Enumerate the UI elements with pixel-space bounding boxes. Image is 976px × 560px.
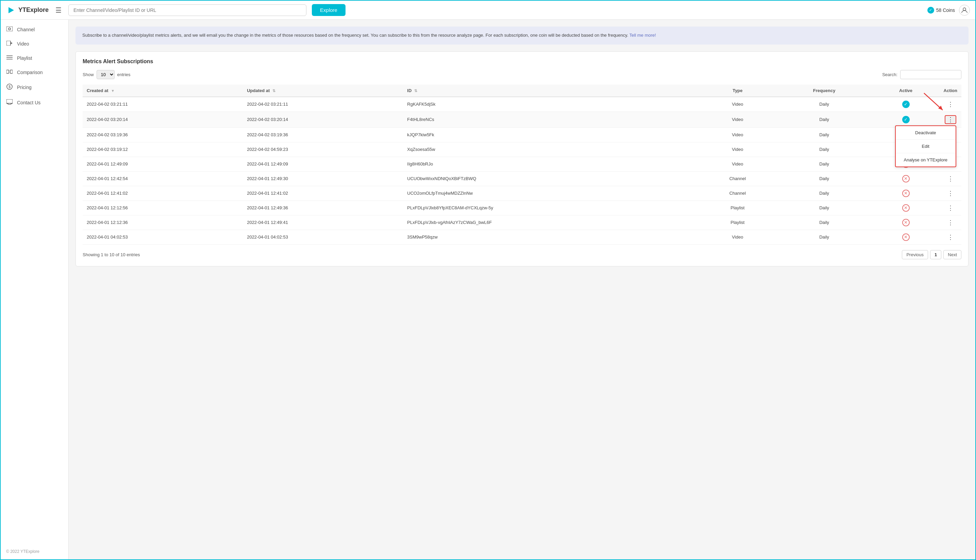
svg-rect-10 — [10, 70, 13, 73]
pricing-icon: $ — [6, 83, 13, 91]
sidebar-item-comparison-label: Comparison — [17, 70, 42, 75]
next-button[interactable]: Next — [943, 250, 961, 259]
sidebar-item-comparison[interactable]: Comparison — [1, 65, 69, 80]
table-search-input[interactable] — [900, 70, 961, 79]
comparison-icon — [6, 69, 13, 75]
inactive-check: ✕ — [902, 204, 910, 212]
sort-icon-updated: ⇅ — [272, 89, 276, 93]
playlist-icon — [6, 55, 13, 61]
header-action: Action — [939, 85, 961, 97]
sidebar-item-pricing-label: Pricing — [17, 85, 32, 90]
explore-button[interactable]: Explore — [312, 4, 346, 16]
menu-item-analyse[interactable]: Analyse on YTExplore — [896, 153, 956, 167]
top-right-area: ✓ 58 Coins — [928, 5, 970, 16]
action-menu-button[interactable]: ⋮ — [945, 233, 956, 241]
table-header-row: Created at ▼ Updated at ⇅ ID ⇅ Type Freq… — [83, 85, 961, 97]
page-number-button[interactable]: 1 — [930, 250, 941, 259]
menu-item-edit[interactable]: Edit — [896, 139, 956, 153]
table-row: 2022-04-01 12:41:02 2022-04-01 12:41:02 … — [83, 186, 961, 200]
action-menu-button[interactable]: ⋮ — [945, 175, 956, 182]
dropdown-wrapper: ⋮ Deactivate Edit Analyse on YTExplore — [945, 115, 956, 124]
header-id[interactable]: ID ⇅ — [403, 85, 699, 97]
sidebar-item-channel-label: Channel — [17, 27, 35, 32]
inactive-check: ✕ — [902, 233, 910, 241]
app-logo: YTExplore — [6, 5, 48, 15]
table-row: 2022-04-02 03:19:36 2022-04-02 03:19:36 … — [83, 127, 961, 142]
coins-check-icon: ✓ — [928, 7, 934, 13]
table-row: 2022-04-02 03:20:14 2022-04-02 03:20:14 … — [83, 112, 961, 127]
search-control: Search: — [882, 70, 961, 79]
table-row: 2022-04-01 12:12:56 2022-04-01 12:49:36 … — [83, 200, 961, 215]
table-row: 2022-04-02 03:21:11 2022-04-02 03:21:11 … — [83, 97, 961, 112]
sort-icon-created: ▼ — [111, 89, 115, 93]
svg-rect-13 — [7, 99, 13, 103]
table-row: 2022-04-01 12:42:54 2022-04-01 12:49:30 … — [83, 171, 961, 186]
main-content: Subscribe to a channel/video/playlist me… — [69, 20, 975, 559]
svg-point-3 — [8, 28, 10, 30]
action-menu-button[interactable]: ⋮ — [945, 219, 956, 226]
section-title: Metrics Alert Subscriptions — [83, 58, 961, 65]
action-menu-button[interactable]: ⋮ — [945, 190, 956, 197]
table-row: 2022-04-01 12:49:09 2022-04-01 12:49:09 … — [83, 157, 961, 171]
sidebar-nav: Channel Video Playlist — [1, 22, 69, 544]
inactive-check: ✕ — [902, 175, 910, 182]
header-created-at[interactable]: Created at ▼ — [83, 85, 243, 97]
pagination: Previous 1 Next — [902, 250, 961, 259]
tell-me-more-link[interactable]: Tell me more! — [630, 33, 656, 38]
svg-text:$: $ — [8, 85, 10, 89]
video-icon — [6, 41, 13, 47]
sidebar-item-playlist-label: Playlist — [17, 55, 32, 61]
table-controls: Show 10 25 50 entries Search: — [83, 70, 961, 79]
contact-icon — [6, 99, 13, 106]
sidebar-item-playlist[interactable]: Playlist — [1, 51, 69, 65]
table-footer: Showing 1 to 10 of 10 entries Previous 1… — [83, 250, 961, 259]
sidebar-item-pricing[interactable]: $ Pricing — [1, 80, 69, 95]
search-input[interactable] — [69, 4, 306, 16]
data-table: Created at ▼ Updated at ⇅ ID ⇅ Type Freq… — [83, 85, 961, 245]
svg-point-1 — [963, 8, 966, 10]
sidebar-item-contact-label: Contact Us — [17, 100, 40, 105]
svg-rect-2 — [7, 27, 13, 31]
avatar[interactable] — [959, 5, 970, 16]
svg-marker-5 — [10, 42, 13, 44]
active-check: ✓ — [902, 116, 910, 123]
sidebar-item-contact[interactable]: Contact Us — [1, 95, 69, 110]
header-frequency[interactable]: Frequency — [776, 85, 872, 97]
sidebar-item-video[interactable]: Video — [1, 37, 69, 51]
inactive-check: ✕ — [902, 190, 910, 197]
info-banner: Subscribe to a channel/video/playlist me… — [75, 27, 969, 45]
action-menu-button[interactable]: ⋮ — [945, 101, 956, 108]
svg-marker-0 — [8, 7, 14, 13]
active-check: ✓ — [902, 101, 910, 108]
entries-info: Showing 1 to 10 of 10 entries — [83, 252, 140, 257]
sidebar-item-channel[interactable]: Channel — [1, 22, 69, 37]
dropdown-menu: Deactivate Edit Analyse on YTExplore — [895, 125, 956, 167]
svg-rect-9 — [7, 70, 9, 73]
header-updated-at[interactable]: Updated at ⇅ — [243, 85, 403, 97]
sidebar-item-video-label: Video — [17, 41, 29, 47]
search-bar — [69, 4, 306, 16]
table-row: 2022-04-02 03:19:12 2022-04-02 04:59:23 … — [83, 142, 961, 157]
header-active[interactable]: Active — [872, 85, 939, 97]
sort-icon-id: ⇅ — [414, 89, 417, 93]
menu-item-deactivate[interactable]: Deactivate — [896, 126, 956, 139]
sidebar: Channel Video Playlist — [1, 20, 69, 559]
entries-select[interactable]: 10 25 50 — [97, 70, 115, 79]
inactive-check: ✕ — [902, 219, 910, 226]
table-row: 2022-04-01 04:02:53 2022-04-01 04:02:53 … — [83, 230, 961, 244]
action-menu-button[interactable]: ⋮ — [945, 204, 956, 212]
sidebar-footer: © 2022 YTExplore — [1, 544, 69, 559]
coins-display: ✓ 58 Coins — [928, 7, 955, 13]
table-row: 2022-04-01 12:12:36 2022-04-01 12:49:41 … — [83, 215, 961, 230]
previous-button[interactable]: Previous — [902, 250, 928, 259]
channel-icon — [6, 27, 13, 33]
svg-rect-4 — [7, 41, 10, 45]
hamburger-menu[interactable]: ☰ — [54, 5, 63, 16]
action-menu-button-open[interactable]: ⋮ — [945, 115, 956, 124]
show-entries-control: Show 10 25 50 entries — [83, 70, 130, 79]
header-type[interactable]: Type — [699, 85, 776, 97]
table-section: Metrics Alert Subscriptions Show 10 25 5… — [75, 51, 969, 267]
